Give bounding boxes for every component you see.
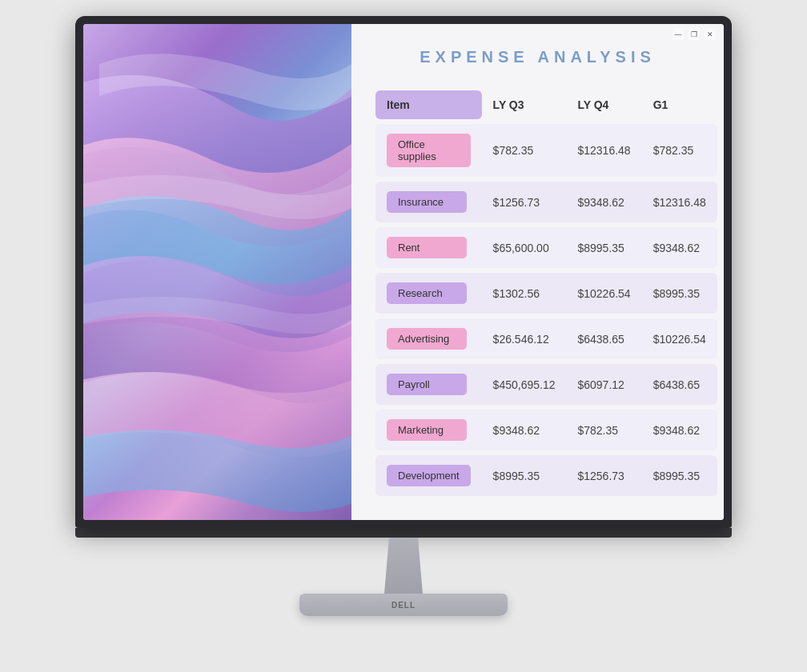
table-cell-lyq4: $6438.65: [566, 318, 641, 359]
table-cell-lyq3: $1302.56: [482, 273, 567, 314]
minimize-button[interactable]: —: [672, 29, 684, 40]
item-label: Rent: [387, 237, 467, 258]
table-cell-lyq4: $10226.54: [566, 273, 641, 314]
table-cell-item: Office supplies: [375, 124, 482, 177]
col-header-g1: G1: [642, 90, 717, 119]
monitor-screen: — ❐ ✕: [83, 24, 724, 520]
item-label: Office supplies: [387, 134, 471, 167]
col-header-item: Item: [375, 90, 482, 119]
table-cell-lyq3: $26.546.12: [482, 318, 567, 359]
table-row: Payroll $450,695.12 $6097.12 $6438.65: [375, 364, 717, 405]
table-cell-g1: $8995.35: [642, 273, 717, 314]
expense-table: Item LY Q3 LY Q4 G1 Office supplies $782…: [375, 86, 717, 501]
table-row: Insurance $1256.73 $9348.62 $12316.48: [375, 182, 717, 222]
table-row: Research $1302.56 $10226.54 $8995.35: [375, 273, 717, 314]
col-header-lyq3: LY Q3: [482, 90, 567, 119]
table-cell-lyq3: $1256.73: [482, 182, 567, 222]
col-header-lyq4: LY Q4: [566, 90, 641, 119]
table-row: Office supplies $782.35 $12316.48 $782.3…: [375, 124, 717, 177]
table-cell-g1: $8995.35: [642, 455, 717, 496]
table-cell-item: Advertising: [375, 318, 482, 359]
table-cell-lyq3: $450,695.12: [482, 364, 567, 405]
table-cell-g1: $9348.62: [642, 410, 717, 450]
item-label: Payroll: [387, 374, 467, 395]
table-cell-item: Development: [375, 455, 482, 496]
table-row: Development $8995.35 $1256.73 $8995.35: [375, 455, 717, 496]
table-cell-item: Insurance: [375, 182, 482, 222]
table-cell-item: Rent: [375, 227, 482, 268]
table-cell-lyq4: $12316.48: [566, 124, 641, 177]
monitor-base: DELL: [299, 594, 508, 616]
monitor: — ❐ ✕: [75, 16, 732, 656]
table-cell-lyq3: $8995.35: [482, 455, 567, 496]
table-cell-lyq3: $65,600.00: [482, 227, 567, 268]
table-cell-lyq4: $6097.12: [566, 364, 641, 405]
monitor-bottom-bar: [75, 528, 732, 538]
table-cell-g1: $12316.48: [642, 182, 717, 222]
dell-logo: DELL: [391, 601, 416, 610]
wallpaper: [83, 24, 351, 520]
close-button[interactable]: ✕: [705, 29, 716, 40]
content-area: EXPENSE ANALYSIS Item LY Q3 LY Q4 G1 Off…: [351, 24, 724, 520]
monitor-neck: [379, 538, 428, 594]
table-row: Advertising $26.546.12 $6438.65 $10226.5…: [375, 318, 717, 359]
item-label: Advertising: [387, 328, 467, 350]
table-cell-lyq4: $782.35: [566, 410, 641, 450]
table-cell-lyq3: $782.35: [482, 124, 567, 177]
table-cell-item: Payroll: [375, 364, 482, 405]
table-cell-lyq4: $1256.73: [566, 455, 641, 496]
table-header-row: Item LY Q3 LY Q4 G1: [375, 90, 717, 119]
table-cell-item: Research: [375, 273, 482, 314]
table-cell-g1: $782.35: [642, 124, 717, 177]
window-controls: — ❐ ✕: [672, 29, 716, 40]
maximize-button[interactable]: ❐: [689, 29, 700, 40]
item-label: Marketing: [387, 419, 467, 441]
table-cell-lyq3: $9348.62: [482, 410, 567, 450]
page-title: EXPENSE ANALYSIS: [375, 48, 700, 66]
table-cell-item: Marketing: [375, 410, 482, 450]
table-cell-g1: $10226.54: [642, 318, 717, 359]
item-label: Insurance: [387, 191, 467, 213]
table-row: Marketing $9348.62 $782.35 $9348.62: [375, 410, 717, 450]
table-cell-g1: $6438.65: [642, 364, 717, 405]
item-label: Research: [387, 282, 467, 304]
table-row: Rent $65,600.00 $8995.35 $9348.62: [375, 227, 717, 268]
table-cell-g1: $9348.62: [642, 227, 717, 268]
table-cell-lyq4: $9348.62: [566, 182, 641, 222]
item-label: Development: [387, 465, 471, 486]
table-cell-lyq4: $8995.35: [566, 227, 641, 268]
monitor-bezel: — ❐ ✕: [75, 16, 732, 528]
